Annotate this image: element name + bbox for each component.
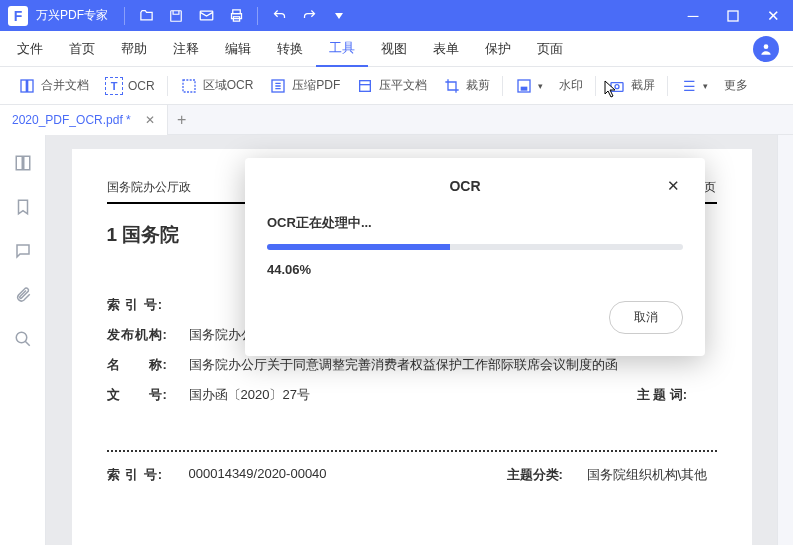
menu-home[interactable]: 首页: [56, 31, 108, 67]
dialog-title: OCR: [267, 178, 663, 194]
redo-icon[interactable]: [294, 1, 324, 31]
tab-filename: 2020_PDF_OCR.pdf *: [12, 113, 131, 127]
close-button[interactable]: ✕: [753, 1, 793, 31]
tool-more-label[interactable]: 更多: [716, 67, 756, 105]
quick-access-dropdown-icon[interactable]: [324, 1, 354, 31]
tool-flatten[interactable]: 压平文档: [348, 67, 435, 105]
maximize-button[interactable]: [713, 1, 753, 31]
tool-background[interactable]: ▾: [507, 67, 551, 105]
svg-rect-17: [23, 156, 29, 170]
minimize-button[interactable]: ─: [673, 1, 713, 31]
tool-merge[interactable]: 合并文档: [10, 67, 97, 105]
crop-icon: [443, 77, 461, 95]
merge-icon: [18, 77, 36, 95]
undo-icon[interactable]: [264, 1, 294, 31]
search-panel-icon[interactable]: [13, 329, 33, 349]
user-avatar[interactable]: [753, 36, 779, 62]
svg-rect-5: [728, 11, 738, 21]
separator: [502, 76, 503, 96]
camera-icon: [608, 77, 626, 95]
print-icon[interactable]: [221, 1, 251, 31]
save-icon[interactable]: [161, 1, 191, 31]
more-icon: ☰: [680, 77, 698, 95]
tool-more[interactable]: ☰▾: [672, 67, 716, 105]
ocr-progress-dialog: OCR ✕ OCR正在处理中... 44.06% 取消: [245, 158, 705, 356]
svg-point-18: [16, 332, 27, 343]
menu-file[interactable]: 文件: [4, 31, 56, 67]
app-logo: F: [8, 6, 28, 26]
svg-rect-7: [21, 80, 26, 92]
cancel-button[interactable]: 取消: [609, 301, 683, 334]
ocr-icon: T: [105, 77, 123, 95]
separator: [167, 76, 168, 96]
menu-page[interactable]: 页面: [524, 31, 576, 67]
progress-percent: 44.06%: [267, 262, 683, 277]
separator: [257, 7, 258, 25]
svg-rect-13: [522, 87, 527, 90]
tool-compress[interactable]: 压缩PDF: [261, 67, 348, 105]
menu-form[interactable]: 表单: [420, 31, 472, 67]
menu-protect[interactable]: 保护: [472, 31, 524, 67]
tool-ocr[interactable]: TOCR: [97, 67, 163, 105]
bookmark-panel-icon[interactable]: [13, 197, 33, 217]
tool-screenshot[interactable]: 截屏: [600, 67, 663, 105]
menu-convert[interactable]: 转换: [264, 31, 316, 67]
svg-rect-11: [360, 80, 371, 91]
menu-view[interactable]: 视图: [368, 31, 420, 67]
mail-icon[interactable]: [191, 1, 221, 31]
tool-crop[interactable]: 裁剪: [435, 67, 498, 105]
right-scrollbar[interactable]: [777, 135, 793, 545]
svg-rect-14: [611, 82, 623, 91]
progress-bar: [267, 244, 683, 250]
tab-close-icon[interactable]: ✕: [145, 113, 155, 127]
tool-area-ocr[interactable]: 区域OCR: [172, 67, 262, 105]
menu-annotate[interactable]: 注释: [160, 31, 212, 67]
comment-panel-icon[interactable]: [13, 241, 33, 261]
progress-fill: [267, 244, 450, 250]
svg-rect-16: [16, 156, 22, 170]
separator: [667, 76, 668, 96]
menu-tools[interactable]: 工具: [316, 31, 368, 67]
page-header-left: 国务院办公厅政: [107, 179, 191, 196]
svg-point-15: [615, 84, 619, 88]
new-tab-button[interactable]: +: [168, 106, 196, 134]
flatten-icon: [356, 77, 374, 95]
background-icon: [515, 77, 533, 95]
svg-rect-0: [171, 10, 182, 21]
svg-rect-9: [183, 80, 195, 92]
attachment-panel-icon[interactable]: [13, 285, 33, 305]
svg-point-6: [764, 44, 769, 49]
thumbnail-panel-icon[interactable]: [13, 153, 33, 173]
document-tab[interactable]: 2020_PDF_OCR.pdf * ✕: [0, 105, 168, 135]
dialog-close-button[interactable]: ✕: [663, 176, 683, 196]
area-ocr-icon: [180, 77, 198, 95]
svg-rect-8: [28, 80, 33, 92]
tool-watermark[interactable]: 水印: [551, 67, 591, 105]
separator: [595, 76, 596, 96]
separator: [124, 7, 125, 25]
menu-help[interactable]: 帮助: [108, 31, 160, 67]
progress-label: OCR正在处理中...: [267, 214, 683, 232]
compress-icon: [269, 77, 287, 95]
open-file-icon[interactable]: [131, 1, 161, 31]
menu-edit[interactable]: 编辑: [212, 31, 264, 67]
app-title: 万兴PDF专家: [36, 7, 118, 24]
